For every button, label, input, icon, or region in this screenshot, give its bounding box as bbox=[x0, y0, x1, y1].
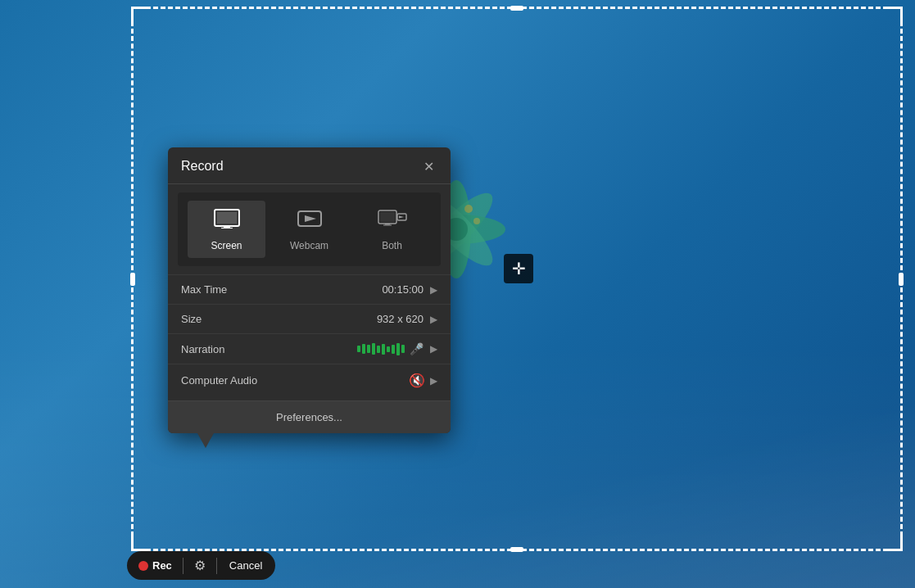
edge-handle-right[interactable] bbox=[899, 273, 904, 286]
toolbar-divider-2 bbox=[216, 558, 217, 574]
edge-handle-top[interactable] bbox=[510, 6, 523, 11]
svg-point-6 bbox=[473, 218, 480, 224]
microphone-icon: 🎤 bbox=[410, 342, 424, 355]
gear-icon: ⚙ bbox=[194, 558, 206, 573]
narration-arrow: ▶ bbox=[430, 343, 437, 355]
audio-bar-2 bbox=[362, 344, 365, 354]
edge-handle-bottom[interactable] bbox=[510, 547, 523, 552]
corner-handle-tl[interactable] bbox=[131, 7, 147, 23]
max-time-row[interactable]: Max Time 00:15:00 ▶ bbox=[168, 274, 451, 304]
record-dialog: Record ✕ Screen bbox=[168, 147, 451, 433]
size-value: 932 x 620 bbox=[377, 313, 424, 325]
svg-marker-12 bbox=[305, 215, 316, 222]
preferences-button[interactable]: Preferences... bbox=[168, 400, 451, 433]
screen-mode-label: Screen bbox=[211, 240, 242, 251]
audio-bar-10 bbox=[401, 345, 405, 353]
svg-marker-18 bbox=[399, 216, 404, 219]
dialog-tail bbox=[197, 433, 214, 448]
both-icon bbox=[378, 209, 407, 233]
audio-bar-6 bbox=[382, 344, 385, 355]
svg-rect-10 bbox=[221, 228, 233, 228]
mode-screen-button[interactable]: Screen bbox=[188, 201, 265, 258]
dialog-title: Record bbox=[181, 159, 224, 174]
dialog-titlebar: Record ✕ bbox=[168, 147, 451, 184]
size-arrow: ▶ bbox=[430, 314, 437, 325]
max-time-value: 00:15:00 bbox=[382, 283, 424, 296]
corner-handle-br[interactable] bbox=[886, 535, 903, 551]
rec-dot bbox=[138, 561, 148, 571]
rec-button[interactable]: Rec bbox=[134, 556, 177, 575]
settings-gear-button[interactable]: ⚙ bbox=[189, 554, 211, 577]
size-label: Size bbox=[181, 313, 377, 325]
audio-bar-4 bbox=[372, 343, 375, 355]
svg-rect-8 bbox=[217, 212, 237, 224]
computer-audio-row[interactable]: Computer Audio 🔇 ▶ bbox=[168, 364, 451, 396]
narration-audio-bars bbox=[357, 343, 405, 355]
narration-label: Narration bbox=[181, 343, 357, 355]
audio-bar-9 bbox=[396, 343, 400, 355]
mode-webcam-button[interactable]: Webcam bbox=[270, 201, 348, 258]
svg-rect-16 bbox=[383, 225, 392, 226]
audio-bar-1 bbox=[357, 346, 360, 352]
max-time-arrow: ▶ bbox=[430, 284, 437, 296]
mode-buttons-container: Screen Webcam bbox=[178, 192, 441, 266]
speaker-muted-icon: 🔇 bbox=[409, 373, 425, 388]
svg-point-5 bbox=[464, 205, 473, 213]
svg-rect-9 bbox=[224, 226, 230, 228]
audio-bar-8 bbox=[392, 345, 395, 354]
settings-section: Max Time 00:15:00 ▶ Size 932 x 620 ▶ Nar… bbox=[168, 274, 451, 400]
rec-label: Rec bbox=[152, 559, 172, 572]
corner-handle-bl[interactable] bbox=[131, 535, 147, 551]
size-row[interactable]: Size 932 x 620 ▶ bbox=[168, 304, 451, 333]
bottom-toolbar: Rec ⚙ Cancel bbox=[127, 551, 275, 580]
mode-both-button[interactable]: Both bbox=[353, 201, 431, 258]
audio-bar-3 bbox=[367, 345, 370, 353]
webcam-mode-label: Webcam bbox=[290, 240, 328, 251]
max-time-label: Max Time bbox=[181, 283, 382, 296]
computer-audio-label: Computer Audio bbox=[181, 374, 409, 387]
desktop: ✛ Record ✕ Screen bbox=[0, 0, 915, 588]
cancel-button[interactable]: Cancel bbox=[223, 556, 269, 575]
webcam-icon bbox=[297, 209, 323, 233]
svg-rect-14 bbox=[380, 212, 395, 222]
corner-handle-tr[interactable] bbox=[886, 7, 903, 23]
toolbar-divider-1 bbox=[183, 558, 183, 574]
audio-bar-7 bbox=[387, 346, 390, 352]
audio-bar-5 bbox=[377, 346, 380, 353]
edge-handle-left[interactable] bbox=[130, 273, 135, 286]
svg-rect-15 bbox=[385, 224, 390, 225]
move-cursor-icon[interactable]: ✛ bbox=[504, 254, 533, 283]
narration-row[interactable]: Narration 🎤 ▶ bbox=[168, 333, 451, 364]
close-button[interactable]: ✕ bbox=[419, 157, 437, 175]
computer-audio-arrow: ▶ bbox=[430, 375, 437, 387]
both-mode-label: Both bbox=[382, 240, 402, 251]
screen-icon bbox=[214, 209, 240, 233]
